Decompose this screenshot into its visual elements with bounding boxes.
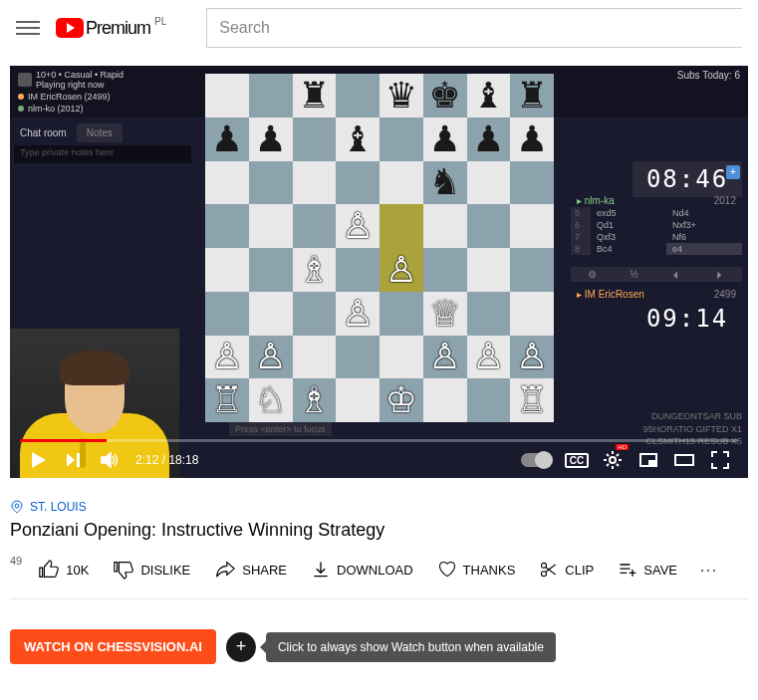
video-location[interactable]: ST. LOUIS <box>10 500 748 514</box>
next-button[interactable] <box>56 442 92 478</box>
add-extension-button[interactable]: + <box>226 632 256 662</box>
focus-hint: Press <enter> to focus <box>229 422 332 436</box>
thumbs-down-icon <box>113 559 134 581</box>
fullscreen-button[interactable] <box>702 442 738 478</box>
clip-button[interactable]: CLIP <box>531 554 602 585</box>
volume-button[interactable] <box>92 442 127 478</box>
trending-rank: 49 <box>10 555 22 567</box>
thanks-button[interactable]: THANKS <box>429 554 524 585</box>
autoplay-toggle[interactable] <box>521 453 551 467</box>
tab-chat[interactable]: Chat room <box>10 123 77 142</box>
video-title: Ponziani Opening: Instructive Winning St… <box>10 520 748 541</box>
clock-bottom: 09:14 <box>632 301 742 337</box>
cc-button[interactable]: CC <box>559 442 595 478</box>
theater-button[interactable] <box>666 442 702 478</box>
svg-point-0 <box>610 457 616 463</box>
logo[interactable]: Premium PL <box>56 18 166 39</box>
logo-text: Premium <box>86 18 150 39</box>
share-icon <box>214 559 236 581</box>
move-list: 5exd5Nd46Qd1Nxf3+7Qxf3Nf68Bc4e4 <box>571 207 742 255</box>
miniplayer-button[interactable] <box>631 442 666 478</box>
country-code: PL <box>154 16 166 27</box>
player-name: ▸ IM EricRosen 2499 <box>571 287 742 302</box>
extension-tooltip: Click to always show Watch button when a… <box>266 632 556 662</box>
youtube-icon <box>56 18 84 38</box>
playlist-add-icon <box>618 560 637 580</box>
move-controls[interactable]: ⚙½⏴⏵ <box>571 267 742 282</box>
tab-notes[interactable]: Notes <box>77 123 123 142</box>
subs-today: Subs Today: 6 <box>677 70 740 114</box>
dislike-button[interactable]: DISLIKE <box>105 553 198 586</box>
chat-tabs: Chat room Notes <box>10 123 195 142</box>
opponent-name: ▸ nlm-ka 2012 <box>571 193 742 208</box>
time-display: 2:12 / 18:18 <box>135 453 198 467</box>
notes-input[interactable]: Type private notes here <box>14 145 191 163</box>
svg-rect-3 <box>675 455 693 465</box>
heart-icon <box>437 560 457 580</box>
search-input[interactable]: Search <box>206 8 742 48</box>
game-info: 10+0 • Casual • RapidPlaying right now I… <box>18 70 124 114</box>
scissors-icon <box>539 560 559 580</box>
share-button[interactable]: SHARE <box>206 553 295 586</box>
play-button[interactable] <box>20 442 56 478</box>
watch-extension-button[interactable]: WATCH ON CHESSVISION.AI <box>10 629 216 664</box>
download-icon <box>311 560 331 580</box>
svg-rect-2 <box>648 460 655 465</box>
like-button[interactable]: 10K <box>30 553 97 586</box>
chess-board: ♜♛♚♝♜♟♟♝♟♟♟♞♙♗♙♙♕♙♙♙♙♙♖♘♗♔♖ <box>205 74 554 422</box>
thumbs-up-icon <box>38 559 60 581</box>
add-time-button[interactable]: + <box>726 165 740 179</box>
location-icon <box>10 500 24 514</box>
settings-button[interactable]: HD <box>595 442 631 478</box>
more-actions-button[interactable]: ⋯ <box>693 553 723 586</box>
save-button[interactable]: SAVE <box>610 554 685 585</box>
video-player[interactable]: 10+0 • Casual • RapidPlaying right now I… <box>10 66 748 478</box>
menu-button[interactable] <box>16 16 40 40</box>
download-button[interactable]: DOWNLOAD <box>303 554 421 585</box>
